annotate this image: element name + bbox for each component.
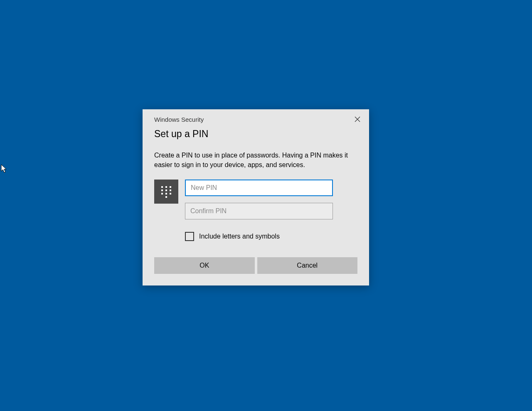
mouse-cursor (1, 164, 7, 174)
include-letters-checkbox[interactable] (185, 232, 194, 241)
confirm-pin-input[interactable] (185, 203, 333, 219)
dialog-header: Windows Security (143, 109, 369, 125)
new-pin-input[interactable] (185, 180, 333, 196)
svg-rect-7 (170, 190, 171, 191)
dialog-source-label: Windows Security (154, 116, 204, 123)
dialog-title: Set up a PIN (143, 125, 369, 140)
keypad-icon (154, 180, 178, 204)
button-row: OK Cancel (154, 257, 357, 274)
svg-rect-2 (161, 186, 163, 188)
dialog-description: Create a PIN to use in place of password… (143, 140, 369, 170)
svg-rect-4 (170, 186, 171, 188)
close-button[interactable] (352, 113, 363, 125)
input-section: Include letters and symbols (143, 170, 369, 241)
include-letters-label[interactable]: Include letters and symbols (199, 233, 280, 240)
svg-rect-5 (161, 190, 163, 191)
inputs-column: Include letters and symbols (185, 180, 333, 241)
ok-button[interactable]: OK (154, 257, 255, 274)
svg-rect-11 (165, 196, 167, 198)
include-letters-row: Include letters and symbols (185, 232, 333, 241)
svg-rect-10 (170, 193, 171, 194)
cancel-button[interactable]: Cancel (257, 257, 358, 274)
svg-rect-8 (161, 193, 163, 194)
svg-rect-3 (165, 186, 167, 188)
svg-rect-9 (165, 193, 167, 194)
svg-rect-6 (165, 190, 167, 191)
close-icon (355, 116, 360, 122)
pin-setup-dialog: Windows Security Set up a PIN Create a P… (143, 109, 369, 285)
